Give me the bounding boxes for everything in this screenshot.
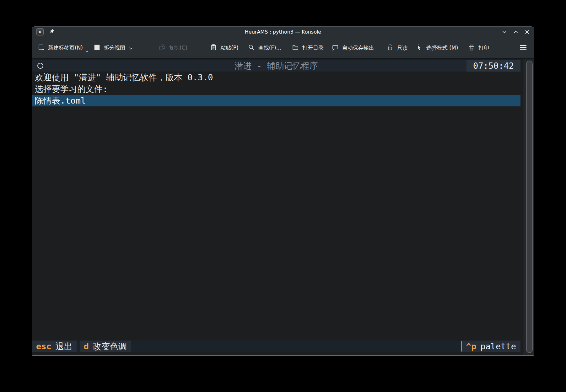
tui-title: 潜进 - 辅助记忆程序 (235, 60, 318, 72)
autosave-output-button[interactable]: 自动保存输出 (332, 44, 374, 52)
hamburger-icon (519, 44, 527, 52)
title-bar: > HeurAMS : python3 — Konsole (32, 27, 534, 37)
clock: 07:50:42 (466, 60, 520, 72)
paste-icon (210, 44, 217, 52)
lock-open-icon (387, 44, 394, 52)
key-d: d (84, 341, 89, 352)
circle-icon[interactable] (37, 63, 43, 69)
read-only-button[interactable]: 只读 (387, 44, 408, 52)
toolbar: 新建标签页(N) 拆分视图 (32, 37, 534, 59)
toolbar-label: 选择模式 (M) (426, 44, 458, 51)
scrollbar[interactable] (524, 59, 534, 355)
toolbar-label: 新建标签页(N) (48, 44, 83, 51)
search-icon (248, 44, 255, 52)
toolbar-label: 拆分视图 (104, 44, 125, 51)
print-button[interactable]: 打印 (468, 44, 489, 52)
minimize-button[interactable] (502, 30, 507, 35)
scrollbar-thumb[interactable] (526, 61, 533, 353)
close-button[interactable] (525, 30, 530, 35)
toolbar-label: 打开目录 (302, 44, 324, 51)
menu-button[interactable] (519, 44, 527, 52)
list-item-selected[interactable]: 陈情表.toml (32, 95, 520, 106)
new-tab-icon (38, 44, 45, 52)
footer-binding-esc[interactable]: esc退出 (32, 341, 77, 352)
prompt-line: 选择要学习的文件: (32, 83, 520, 95)
welcome-line: 欢迎使用 "潜进" 辅助记忆软件，版本 0.3.0 (32, 72, 520, 83)
palette-binding[interactable]: ^ppalette (462, 341, 520, 352)
pin-icon[interactable] (49, 29, 55, 35)
maximize-button[interactable] (513, 30, 518, 35)
key-esc: esc (36, 341, 51, 352)
toolbar-label: 自动保存输出 (342, 44, 374, 51)
chevron-down-icon (129, 45, 133, 51)
copy-button[interactable]: 复制(C) (159, 44, 187, 52)
cursor-icon (416, 44, 423, 52)
open-directory-button[interactable]: 打开目录 (292, 44, 324, 52)
output-bubble-icon (332, 44, 339, 52)
konsole-window: > HeurAMS : python3 — Konsole (32, 26, 534, 356)
toolbar-label: 查找(F)... (258, 44, 281, 51)
window-title: HeurAMS : python3 — Konsole (245, 29, 321, 35)
footer-binding-d[interactable]: d改变色调 (80, 341, 131, 352)
konsole-app-icon[interactable]: > (36, 28, 44, 35)
paste-button[interactable]: 粘贴(P) (210, 44, 239, 52)
tui-footer: esc退出 d改变色调 ^ppalette (32, 341, 520, 352)
split-view-button[interactable]: 拆分视图 (94, 44, 133, 52)
key-ctrl-p: ^p (466, 341, 477, 352)
tui-header: 潜进 - 辅助记忆程序 07:50:42 (32, 60, 520, 72)
find-button[interactable]: 查找(F)... (248, 44, 281, 52)
key-d-label: 改变色调 (93, 341, 127, 352)
toolbar-label: 复制(C) (169, 44, 187, 51)
select-mode-button[interactable]: 选择模式 (M) (416, 44, 458, 52)
printer-icon (468, 44, 475, 52)
toolbar-label: 粘贴(P) (220, 44, 239, 51)
palette-label: palette (480, 341, 516, 352)
chevron-down-icon (85, 48, 89, 54)
key-esc-label: 退出 (56, 341, 73, 352)
copy-icon (159, 44, 165, 52)
split-view-icon (94, 44, 100, 52)
toolbar-label: 只读 (397, 44, 408, 51)
new-tab-button[interactable]: 新建标签页(N) (38, 44, 83, 52)
toolbar-label: 打印 (478, 44, 489, 51)
terminal-area[interactable]: 潜进 - 辅助记忆程序 07:50:42 欢迎使用 "潜进" 辅助记忆软件，版本… (32, 59, 534, 355)
folder-icon (292, 44, 299, 52)
